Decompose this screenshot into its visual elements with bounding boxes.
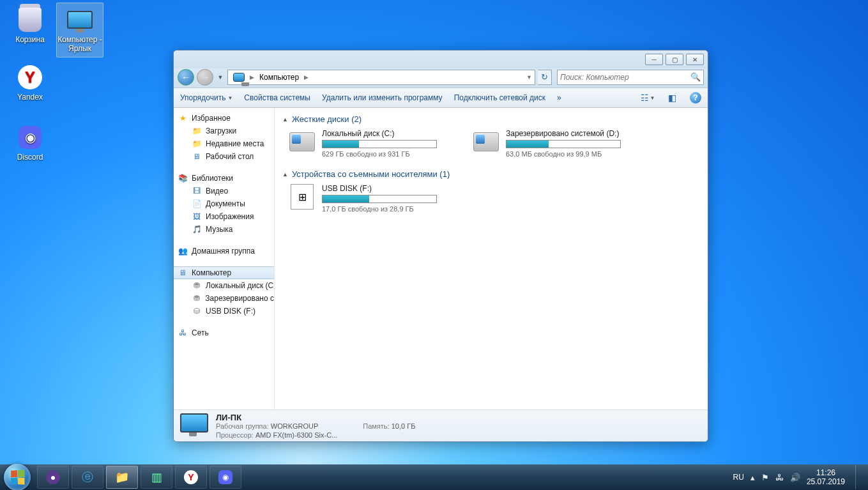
drive-d[interactable]: Зарезервировано системой (D:) 63,0 МБ св… xyxy=(473,129,630,158)
maximize-button[interactable]: ▢ xyxy=(666,54,683,65)
breadcrumb[interactable]: ▶ Компьютер ▶ ▼ xyxy=(227,70,535,85)
nav-forward-button[interactable]: → xyxy=(197,69,213,86)
hdd-icon xyxy=(289,129,316,155)
nav-homegroup[interactable]: 👥Домашняя группа xyxy=(174,245,274,257)
clock-date: 25.07.2019 xyxy=(807,477,845,486)
clock[interactable]: 11:26 25.07.2019 xyxy=(807,468,845,487)
nav-recent[interactable]: 📁Недавние места xyxy=(174,137,274,150)
taskbar-ie-pin[interactable]: ⓔ xyxy=(72,466,103,489)
uninstall-program-button[interactable]: Удалить или изменить программу xyxy=(322,93,443,102)
map-network-drive-button[interactable]: Подключить сетевой диск xyxy=(454,93,545,102)
nav-back-button[interactable]: ← xyxy=(178,69,194,86)
view-options-button[interactable]: ☷▼ xyxy=(641,91,654,104)
nav-drive-c[interactable]: ⛃Локальный диск (C xyxy=(174,279,274,292)
library-icon: 📚 xyxy=(178,173,188,183)
category-removable[interactable]: ▲Устройства со съемными носителями (1) xyxy=(282,169,700,179)
hdd-icon xyxy=(473,129,499,155)
nav-favorites[interactable]: ★Избранное xyxy=(174,112,274,125)
desktop-icon-label: Компьютер - Ярлык xyxy=(57,35,102,53)
nav-history-dropdown[interactable]: ▼ xyxy=(216,69,225,86)
search-box[interactable]: 🔍 xyxy=(557,70,704,85)
breadcrumb-segment[interactable]: Компьютер xyxy=(255,70,303,84)
capacity-bar xyxy=(322,195,437,203)
drive-label: Локальный диск (C:) xyxy=(322,129,446,138)
computer-icon: 🖥 xyxy=(178,268,188,278)
drive-c[interactable]: Локальный диск (C:) 629 ГБ свободно из 9… xyxy=(289,129,446,158)
drive-label: USB DISK (F:) xyxy=(322,184,446,193)
desktop-icon-label: Корзина xyxy=(15,35,45,44)
desktop-icon-discord[interactable]: ◉ Discord xyxy=(6,120,54,166)
details-pane: ЛИ-ПК Рабочая группа: WORKGROUP Память: … xyxy=(174,410,708,441)
preview-pane-button[interactable]: ◧ xyxy=(666,91,678,104)
address-bar-row: ← → ▼ ▶ Компьютер ▶ ▼ ↻ 🔍 xyxy=(174,68,708,88)
nav-downloads[interactable]: 📁Загрузки xyxy=(174,125,274,137)
start-button[interactable] xyxy=(4,464,31,490)
computer-icon xyxy=(65,6,95,34)
drive-label: Зарезервировано системой (D:) xyxy=(506,129,630,138)
drive-f[interactable]: ⊞ USB DISK (F:) 17,0 ГБ свободно из 28,9… xyxy=(289,184,446,213)
nav-music[interactable]: 🎵Музыка xyxy=(174,223,274,236)
taskbar-discord[interactable]: ◉ xyxy=(209,466,241,489)
drive-icon: ⛃ xyxy=(192,280,202,291)
titlebar[interactable]: ─ ▢ ✕ xyxy=(174,50,708,68)
nav-libraries[interactable]: 📚Библиотеки xyxy=(174,172,274,185)
close-button[interactable]: ✕ xyxy=(686,54,704,65)
picture-icon: 🖼 xyxy=(192,211,202,222)
music-icon: 🎵 xyxy=(192,224,202,234)
content-pane: ▲Жесткие диски (2) Локальный диск (C:) 6… xyxy=(275,108,708,410)
desktop-icon-recycle-bin[interactable]: Корзина xyxy=(6,3,54,57)
computer-icon xyxy=(180,413,209,439)
chevron-right-icon: ▶ xyxy=(303,74,310,80)
search-icon: 🔍 xyxy=(690,72,701,82)
recycle-bin-icon xyxy=(15,6,45,34)
collapse-icon: ▲ xyxy=(282,116,288,123)
detail-computer-name: ЛИ-ПК xyxy=(216,413,241,422)
category-hard-drives[interactable]: ▲Жесткие диски (2) xyxy=(282,114,700,124)
action-center-icon[interactable]: ⚑ xyxy=(761,473,769,482)
system-tray: RU ▴ ⚑ 🖧 🔊 11:26 25.07.2019 xyxy=(733,465,864,489)
desktop-icon-yandex[interactable]: Y Yandex xyxy=(6,60,54,106)
nav-videos[interactable]: 🎞Видео xyxy=(174,185,274,197)
desktop-icon-label: Yandex xyxy=(17,93,43,102)
nav-pictures[interactable]: 🖼Изображения xyxy=(174,210,274,223)
system-properties-button[interactable]: Свойства системы xyxy=(244,93,310,102)
volume-icon[interactable]: 🔊 xyxy=(790,473,800,482)
drive-icon: ⛃ xyxy=(192,293,201,303)
desktop-icon-computer-shortcut[interactable]: Компьютер - Ярлык xyxy=(56,3,103,57)
search-input[interactable] xyxy=(560,73,690,82)
document-icon: 📄 xyxy=(192,199,202,209)
navigation-pane: ★Избранное 📁Загрузки 📁Недавние места 🖥Ра… xyxy=(174,108,275,410)
recent-icon: 📁 xyxy=(192,139,202,149)
usb-icon: ⛁ xyxy=(192,306,202,316)
nav-drive-d[interactable]: ⛃Зарезервировано с xyxy=(174,292,274,305)
nav-network[interactable]: 🖧Сеть xyxy=(174,326,274,339)
desktop-icon-label: Discord xyxy=(17,153,43,162)
homegroup-icon: 👥 xyxy=(178,246,188,256)
language-indicator[interactable]: RU xyxy=(733,473,744,482)
clock-time: 11:26 xyxy=(807,468,845,477)
star-icon: ★ xyxy=(178,113,188,123)
nav-computer[interactable]: 🖥Компьютер xyxy=(174,266,274,279)
help-button[interactable]: ? xyxy=(690,92,701,103)
toolbar-overflow[interactable]: » xyxy=(557,93,561,102)
computer-icon xyxy=(229,70,248,84)
taskbar-app[interactable]: ▥ xyxy=(141,466,172,489)
usb-drive-icon: ⊞ xyxy=(289,184,316,210)
show-hidden-icons[interactable]: ▴ xyxy=(750,473,755,482)
nav-drive-f[interactable]: ⛁USB DISK (F:) xyxy=(174,305,274,318)
refresh-button[interactable]: ↻ xyxy=(538,70,552,85)
nav-desktop[interactable]: 🖥Рабочий стол xyxy=(174,150,274,163)
collapse-icon: ▲ xyxy=(282,171,288,178)
capacity-bar xyxy=(506,140,621,148)
show-desktop-button[interactable] xyxy=(855,465,862,489)
drive-free-text: 629 ГБ свободно из 931 ГБ xyxy=(322,150,446,158)
nav-documents[interactable]: 📄Документы xyxy=(174,197,274,210)
chevron-down-icon[interactable]: ▼ xyxy=(525,74,533,80)
network-icon: 🖧 xyxy=(178,328,188,338)
organize-menu[interactable]: Упорядочить▼ xyxy=(180,93,232,102)
minimize-button[interactable]: ─ xyxy=(645,54,663,65)
taskbar-yandex-pin[interactable]: ● xyxy=(37,466,69,489)
taskbar-explorer[interactable]: 📁 xyxy=(106,466,138,489)
network-icon[interactable]: 🖧 xyxy=(775,473,784,482)
taskbar-yandex[interactable]: Y xyxy=(175,466,207,489)
